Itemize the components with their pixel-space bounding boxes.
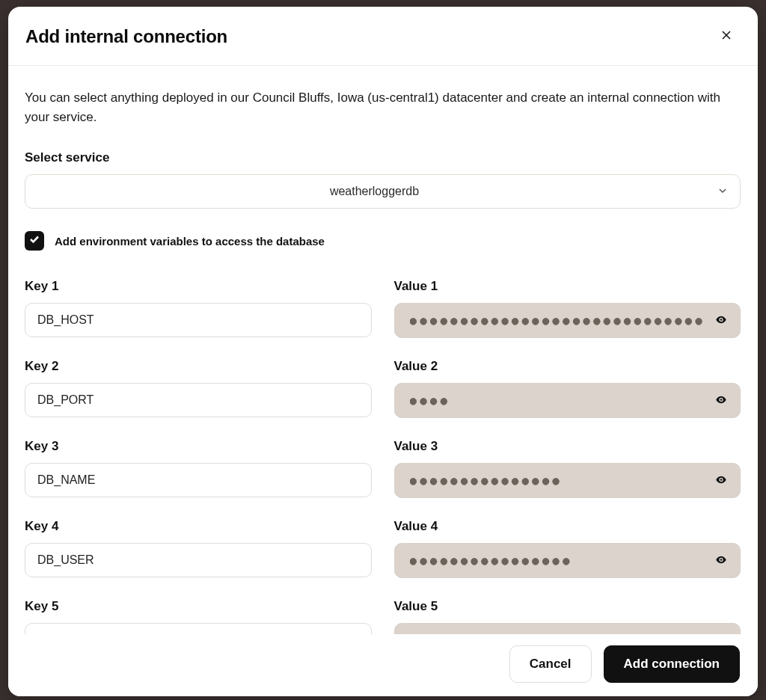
modal-footer: Cancel Add connection [8,634,758,696]
service-select-wrap: weatherloggerdb [25,174,741,209]
select-service-label: Select service [25,150,741,165]
env-value-block: Value 5 [394,599,741,634]
env-value-label: Value 5 [394,599,741,614]
env-key-label: Key 4 [25,519,372,534]
env-value-wrap [394,623,741,634]
env-key-label: Key 2 [25,359,372,374]
modal-header: Add internal connection [8,7,758,66]
env-key-label: Key 5 [25,599,372,614]
add-connection-button[interactable]: Add connection [604,645,740,683]
eye-icon [715,473,727,488]
eye-icon [715,393,727,408]
env-key-input[interactable] [25,303,372,337]
reveal-value-button[interactable] [712,630,730,634]
env-value-block: Value 1 [394,279,741,338]
env-key-block: Key 3 [25,439,372,498]
env-key-block: Key 2 [25,359,372,418]
reveal-value-button[interactable] [712,550,730,571]
env-key-input[interactable] [25,383,372,417]
env-value-label: Value 1 [394,279,741,294]
reveal-value-button[interactable] [712,310,730,331]
service-select[interactable]: weatherloggerdb [25,174,741,209]
eye-icon [715,313,727,328]
env-value-input[interactable] [394,623,741,634]
env-vars-checkbox-row: Add environment variables to access the … [25,231,741,251]
env-value-label: Value 3 [394,439,741,454]
env-key-block: Key 4 [25,519,372,578]
env-value-wrap [394,303,741,338]
env-value-input[interactable] [394,543,741,578]
env-value-input[interactable] [394,383,741,418]
env-value-input[interactable] [394,303,741,338]
close-button[interactable] [716,26,737,47]
env-value-wrap [394,543,741,578]
env-key-block: Key 1 [25,279,372,338]
env-value-wrap [394,463,741,498]
modal-description: You can select anything deployed in our … [25,88,741,126]
eye-icon [715,553,727,568]
close-icon [720,29,732,45]
env-value-block: Value 4 [394,519,741,578]
env-value-input[interactable] [394,463,741,498]
env-value-label: Value 2 [394,359,741,374]
env-key-label: Key 3 [25,439,372,454]
env-key-input[interactable] [25,623,372,634]
env-vars-grid: Key 1Value 1Key 2Value 2Key 3Value 3Key … [25,279,741,634]
env-vars-checkbox-label: Add environment variables to access the … [55,235,325,248]
env-key-input[interactable] [25,543,372,577]
env-value-block: Value 3 [394,439,741,498]
service-select-value: weatherloggerdb [330,185,419,197]
reveal-value-button[interactable] [712,390,730,411]
env-key-block: Key 5 [25,599,372,634]
env-value-block: Value 2 [394,359,741,418]
cancel-button[interactable]: Cancel [509,645,592,683]
check-icon [29,234,40,248]
reveal-value-button[interactable] [712,470,730,491]
env-vars-checkbox[interactable] [25,231,44,251]
env-value-wrap [394,383,741,418]
env-value-label: Value 4 [394,519,741,534]
env-key-label: Key 1 [25,279,372,294]
modal-body[interactable]: You can select anything deployed in our … [8,66,758,634]
env-key-input[interactable] [25,463,372,497]
add-internal-connection-modal: Add internal connection You can select a… [8,7,758,696]
eye-icon [715,633,727,634]
modal-title: Add internal connection [25,26,227,47]
